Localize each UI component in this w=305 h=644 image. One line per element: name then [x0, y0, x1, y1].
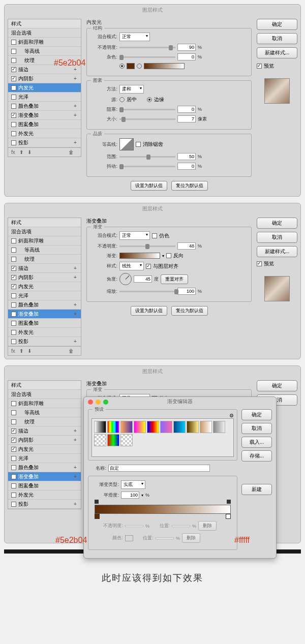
- set-default-button[interactable]: 设置为默认值: [131, 306, 167, 316]
- size-input[interactable]: 7: [177, 115, 196, 122]
- plus-icon[interactable]: +: [72, 76, 79, 81]
- opacity-slider[interactable]: [119, 47, 175, 48]
- reset-default-button[interactable]: 复位为默认值: [171, 306, 208, 316]
- style-row-selected[interactable]: 渐变叠加+: [8, 310, 81, 319]
- style-row[interactable]: 颜色叠加+: [8, 300, 81, 310]
- style-row[interactable]: 图案叠加: [8, 481, 81, 490]
- gradient-bar[interactable]: [95, 505, 231, 514]
- size-slider[interactable]: [119, 118, 175, 120]
- style-select[interactable]: 线性: [119, 262, 144, 270]
- style-row[interactable]: 斜面和浮雕: [8, 236, 81, 246]
- style-row[interactable]: 等高线: [8, 408, 81, 417]
- style-row[interactable]: 内阴影+: [8, 436, 81, 445]
- source-edge-radio[interactable]: [147, 97, 152, 102]
- cancel-button[interactable]: 取消: [241, 423, 272, 434]
- technique-select[interactable]: 柔和: [119, 85, 144, 94]
- style-row[interactable]: 内发光: [8, 445, 81, 454]
- angle-input[interactable]: 45: [134, 275, 152, 283]
- choke-slider[interactable]: [119, 109, 175, 110]
- opacity-stop[interactable]: [227, 500, 231, 504]
- style-row[interactable]: 等高线: [8, 47, 81, 56]
- style-row[interactable]: 外发光: [8, 129, 81, 138]
- choke-input[interactable]: 0: [177, 106, 196, 113]
- style-row[interactable]: 内阴影+: [8, 74, 81, 83]
- color-radio[interactable]: [119, 64, 125, 69]
- range-slider[interactable]: [119, 156, 175, 158]
- style-row[interactable]: 颜色叠加+: [8, 463, 81, 472]
- style-row[interactable]: 纹理: [8, 417, 81, 426]
- dither-checkbox[interactable]: [152, 233, 157, 238]
- style-row[interactable]: 图案叠加: [8, 319, 81, 328]
- plus-icon[interactable]: +: [72, 112, 79, 118]
- down-icon[interactable]: ⬇: [27, 348, 32, 354]
- blending-options-row[interactable]: 混合选项: [8, 390, 81, 399]
- color-stop-left[interactable]: [95, 514, 100, 519]
- gradient-radio[interactable]: [137, 64, 142, 69]
- preview-checkbox[interactable]: [257, 64, 262, 69]
- range-input[interactable]: 50: [177, 153, 196, 160]
- cancel-button[interactable]: 取消: [257, 232, 297, 243]
- blend-mode-select[interactable]: 正常: [119, 231, 150, 240]
- gear-icon[interactable]: ⚙: [92, 413, 234, 418]
- style-row[interactable]: 描边+: [8, 264, 81, 273]
- style-row[interactable]: 颜色叠加+: [8, 102, 81, 111]
- gradient-picker[interactable]: [119, 253, 160, 259]
- up-icon[interactable]: ⬆: [19, 348, 23, 354]
- style-row-selected[interactable]: 内发光: [8, 83, 81, 93]
- opacity-input[interactable]: 90: [177, 44, 196, 51]
- contour-picker[interactable]: [119, 138, 134, 150]
- style-row[interactable]: 光泽: [8, 454, 81, 463]
- type-select[interactable]: 实底: [121, 480, 145, 489]
- reset-align-button[interactable]: 重置对齐: [161, 274, 188, 284]
- jitter-input[interactable]: 0: [177, 163, 196, 170]
- opacity-slider[interactable]: [119, 246, 175, 247]
- save-button[interactable]: 存储...: [241, 450, 272, 462]
- style-row[interactable]: 图案叠加: [8, 120, 81, 129]
- plus-icon[interactable]: +: [72, 140, 79, 145]
- set-default-button[interactable]: 设置为默认值: [131, 181, 167, 191]
- blend-mode-select[interactable]: 正常: [119, 33, 150, 41]
- style-row[interactable]: 光泽: [8, 291, 81, 300]
- reset-default-button[interactable]: 复位为默认值: [171, 181, 208, 191]
- reverse-checkbox[interactable]: [166, 253, 171, 258]
- jitter-slider[interactable]: [119, 166, 175, 167]
- new-button[interactable]: 新建: [241, 484, 272, 495]
- style-row[interactable]: 内阴影+: [8, 273, 81, 282]
- style-row[interactable]: 投影+: [8, 337, 81, 346]
- load-button[interactable]: 载入...: [241, 437, 272, 448]
- cancel-button[interactable]: 取消: [257, 33, 297, 44]
- new-style-button[interactable]: 新建样式...: [257, 47, 297, 58]
- trash-icon[interactable]: 🗑: [69, 348, 74, 354]
- gradient-swatch[interactable]: [144, 63, 185, 69]
- color-swatch[interactable]: [127, 63, 135, 69]
- plus-icon[interactable]: +: [72, 103, 79, 109]
- scale-input[interactable]: 100: [177, 288, 196, 295]
- source-center-radio[interactable]: [119, 97, 125, 102]
- style-row[interactable]: 内发光: [8, 282, 81, 291]
- blending-options-row[interactable]: 混合选项: [8, 28, 81, 38]
- noise-slider[interactable]: [119, 56, 175, 58]
- noise-input[interactable]: 0: [177, 53, 196, 60]
- preview-checkbox[interactable]: [257, 261, 262, 266]
- antialias-checkbox[interactable]: [136, 142, 141, 147]
- smooth-input[interactable]: 100: [121, 492, 139, 499]
- down-icon[interactable]: ⬇: [27, 149, 32, 155]
- ok-button[interactable]: 确定: [257, 218, 297, 229]
- opacity-stop[interactable]: [95, 500, 99, 504]
- style-row[interactable]: 斜面和浮雕: [8, 399, 81, 408]
- style-row[interactable]: 投影+: [8, 500, 81, 509]
- style-row[interactable]: 等高线: [8, 246, 81, 255]
- style-row[interactable]: 描边+: [8, 426, 81, 436]
- ok-button[interactable]: 确定: [257, 380, 297, 391]
- style-row[interactable]: 外发光: [8, 328, 81, 337]
- ok-button[interactable]: 确定: [241, 409, 272, 420]
- ok-button[interactable]: 确定: [257, 19, 297, 30]
- scale-slider[interactable]: [119, 291, 175, 292]
- color-stop-right[interactable]: [226, 514, 231, 519]
- style-row[interactable]: 外发光: [8, 490, 81, 500]
- opacity-input[interactable]: 48: [177, 242, 196, 250]
- name-input[interactable]: [108, 465, 210, 472]
- style-row[interactable]: 渐变叠加+: [8, 111, 81, 120]
- style-row-selected[interactable]: 渐变叠加+: [8, 472, 81, 481]
- style-row[interactable]: 投影+: [8, 138, 81, 147]
